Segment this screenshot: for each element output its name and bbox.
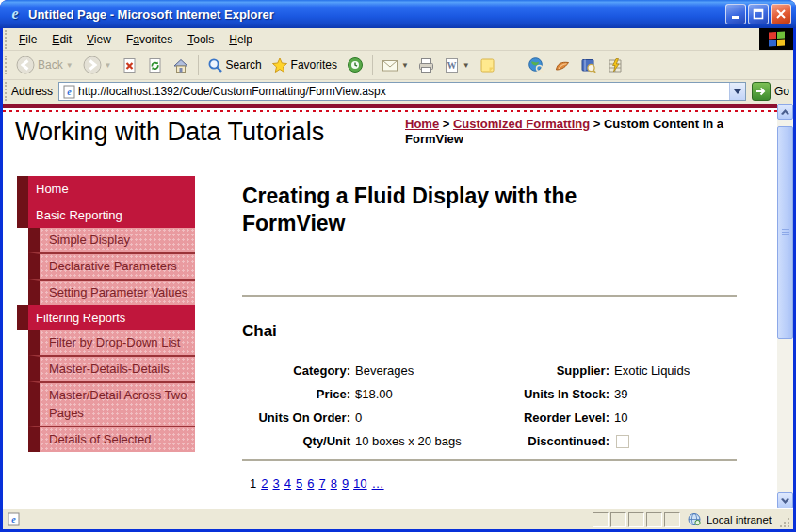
close-button[interactable] (771, 4, 791, 24)
menubar-grip[interactable] (5, 30, 8, 49)
sidebar-item-master-details-details[interactable]: Master-Details-Details (28, 355, 195, 381)
sidebar-item-home[interactable]: Home (17, 176, 195, 202)
maximize-icon (753, 8, 764, 20)
messenger-button[interactable] (549, 55, 576, 76)
notes-button[interactable] (475, 55, 500, 76)
sidebar-item-basic-reporting[interactable]: Basic Reporting (17, 202, 195, 228)
address-input[interactable] (76, 84, 729, 99)
search-button[interactable]: Search (203, 55, 267, 76)
product-name: Chai (242, 322, 737, 341)
scroll-down-button[interactable] (777, 492, 793, 508)
field-value: 39 (614, 382, 737, 406)
menu-view[interactable]: View (79, 30, 119, 49)
toolbar-separator (198, 55, 199, 75)
pager-link[interactable]: 2 (261, 476, 268, 491)
word-icon: W (444, 57, 460, 73)
address-label: Address (11, 85, 53, 98)
forward-dropdown-icon[interactable]: ▼ (105, 61, 112, 70)
minimize-icon (730, 8, 741, 20)
favorites-star-icon (271, 57, 288, 73)
field-label: Reorder Level: (515, 406, 609, 429)
home-button[interactable] (168, 55, 194, 76)
scrollbar-thumb[interactable] (777, 126, 793, 339)
field-label: Supplier: (515, 359, 609, 382)
edit-dropdown-icon[interactable]: ▼ (463, 61, 470, 70)
edit-with-word-button[interactable]: W ▼ (439, 55, 475, 76)
favorites-button[interactable]: Favorites (267, 55, 342, 76)
title-bar: e Untitled Page - Microsoft Internet Exp… (0, 0, 796, 28)
research-button[interactable] (523, 54, 549, 76)
refresh-button[interactable] (142, 55, 168, 76)
resize-grip[interactable] (779, 517, 791, 529)
sidebar-item-filter-by-dropdown-list[interactable]: Filter by Drop-Down List (28, 330, 195, 355)
breadcrumb-home-link[interactable]: Home (405, 117, 439, 131)
field-value: Beverages (355, 359, 511, 382)
pager-link[interactable]: 10 (353, 476, 366, 491)
pager-link[interactable]: 8 (331, 476, 337, 491)
back-button[interactable]: Back ▼ (11, 53, 78, 77)
mail-envelope-icon (382, 58, 398, 73)
pager-link[interactable]: 9 (342, 476, 349, 491)
sidebar-item-master-detail-two-pages[interactable]: Master/Detail Across Two Pages (28, 381, 195, 426)
pager-link[interactable]: 5 (296, 476, 302, 491)
grid-bolt-icon (607, 57, 624, 73)
sidebar-item-setting-parameter-values[interactable]: Setting Parameter Values (28, 279, 195, 305)
breadcrumb-section-link[interactable]: Customized Formatting (453, 117, 590, 131)
discontinued-checkbox[interactable] (616, 435, 629, 448)
discontinued-cell (614, 429, 737, 453)
messenger-icon (554, 57, 571, 73)
sidebar-item-filtering-reports[interactable]: Filtering Reports (17, 305, 195, 330)
home-icon (172, 57, 189, 73)
field-label: Discontinued: (515, 429, 609, 453)
menu-edit[interactable]: Edit (44, 30, 79, 49)
security-zone-label: Local intranet (707, 514, 772, 525)
back-dropdown-icon[interactable]: ▼ (66, 61, 73, 70)
pager-link[interactable]: 6 (307, 476, 314, 491)
quick-links-button[interactable] (602, 55, 628, 76)
menu-help[interactable]: Help (221, 30, 260, 49)
field-value: $18.00 (355, 382, 511, 406)
scroll-up-button[interactable] (777, 104, 793, 120)
forward-arrow-icon (83, 56, 102, 74)
addressbar-grip[interactable] (5, 82, 8, 101)
vertical-scrollbar[interactable] (777, 104, 793, 508)
history-button[interactable] (342, 54, 368, 76)
field-label: Price: (242, 382, 350, 406)
forward-button[interactable]: ▼ (78, 53, 117, 77)
product-details-table: Category: Beverages Supplier: Exotic Liq… (242, 359, 737, 453)
toolbar-separator (372, 55, 373, 75)
book-search-button[interactable] (576, 55, 602, 76)
sidebar-item-simple-display[interactable]: Simple Display (28, 228, 195, 252)
go-button[interactable] (752, 82, 771, 101)
minimize-button[interactable] (725, 4, 746, 24)
field-value: 0 (355, 406, 511, 429)
search-icon (207, 57, 223, 73)
pager-link[interactable]: 3 (272, 476, 279, 491)
mail-button[interactable]: ▼ (377, 56, 414, 75)
history-clock-icon (347, 56, 364, 73)
field-label: Units On Order: (242, 406, 350, 429)
pager-link[interactable]: 7 (318, 476, 325, 491)
address-dropdown-button[interactable] (729, 83, 745, 100)
menu-file[interactable]: File (11, 30, 44, 49)
pager-link-ellipsis[interactable]: … (372, 476, 384, 491)
menu-tools[interactable]: Tools (180, 30, 221, 49)
toolbar-grip[interactable] (5, 56, 8, 74)
pager-link[interactable]: 4 (284, 476, 291, 491)
status-segments (591, 512, 680, 527)
sidebar-item-declarative-parameters[interactable]: Declarative Parameters (28, 252, 195, 279)
chevron-down-icon (734, 89, 741, 94)
page-viewport: Working with Data Tutorials Home > Custo… (3, 104, 793, 508)
sidebar-item-details-of-selected[interactable]: Details of Selected (28, 426, 195, 452)
go-area: Go (752, 82, 789, 101)
maximize-button[interactable] (748, 4, 769, 24)
go-label[interactable]: Go (774, 85, 789, 98)
refresh-icon (147, 57, 163, 73)
menu-favorites[interactable]: Favorites (119, 30, 180, 49)
field-value: 10 (614, 406, 737, 429)
print-button[interactable] (414, 55, 439, 76)
stop-button[interactable] (117, 55, 142, 76)
field-label: Category: (242, 359, 350, 382)
mail-dropdown-icon[interactable]: ▼ (401, 61, 409, 70)
stop-icon (122, 57, 138, 73)
